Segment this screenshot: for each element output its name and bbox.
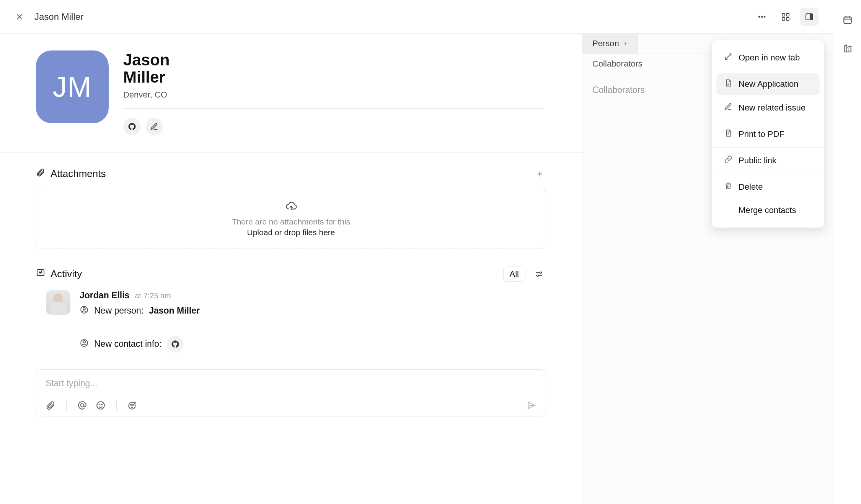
actor-name: Jordan Ellis	[80, 290, 129, 301]
divider	[66, 400, 67, 411]
menu-delete[interactable]: Delete	[716, 176, 820, 198]
svg-rect-3	[782, 13, 785, 16]
activity-timestamp: at 7:25 am	[135, 291, 171, 300]
svg-point-22	[133, 405, 134, 405]
page-title: Jason Miller	[34, 11, 83, 22]
paperclip-icon	[36, 168, 45, 180]
activity-new-person-label: New person:	[94, 306, 144, 316]
svg-point-11	[537, 275, 538, 276]
menu-public-link[interactable]: Public link	[716, 150, 820, 171]
divider	[123, 108, 544, 109]
emoji-button[interactable]	[96, 400, 106, 410]
more-button[interactable]	[753, 8, 771, 26]
activity-contact-info-label: New contact info:	[94, 339, 161, 349]
svg-point-18	[99, 404, 100, 405]
github-button[interactable]	[123, 118, 141, 135]
attachments-dropzone[interactable]: There are no attachments for this Upload…	[36, 188, 546, 249]
svg-point-21	[130, 405, 131, 405]
svg-point-20	[129, 402, 135, 409]
trash-icon	[724, 182, 732, 192]
pencil-icon	[724, 102, 732, 113]
link-icon	[724, 155, 732, 166]
grid-view-button[interactable]	[776, 8, 795, 26]
chevron-right-icon	[623, 39, 628, 49]
person-icon	[80, 305, 89, 317]
divider	[116, 400, 117, 411]
svg-rect-23	[844, 17, 851, 23]
attach-button[interactable]	[46, 400, 55, 410]
activity-new-person-value: Jason Miller	[149, 306, 200, 316]
collaborators-label: Collaborators	[592, 85, 645, 95]
svg-rect-5	[782, 18, 785, 20]
svg-point-13	[83, 307, 85, 310]
building-button[interactable]	[839, 40, 856, 57]
attachments-title: Attachments	[51, 168, 106, 180]
activity-icon	[36, 268, 45, 280]
edit-button[interactable]	[145, 118, 163, 135]
document-icon	[724, 129, 732, 140]
actor-avatar	[46, 290, 70, 315]
profile-name-line2: Miller	[123, 68, 544, 86]
menu-new-application[interactable]: New Application	[716, 73, 820, 95]
close-button[interactable]	[14, 11, 25, 23]
dropzone-upload-text: Upload or drop files here	[36, 228, 546, 237]
composer-input[interactable]	[46, 378, 536, 389]
svg-point-19	[101, 404, 102, 405]
svg-point-10	[540, 272, 541, 273]
svg-point-15	[83, 341, 85, 343]
svg-rect-6	[786, 18, 789, 20]
svg-point-16	[81, 403, 84, 407]
profile-location: Denver, CO	[123, 90, 544, 100]
add-reaction-button[interactable]	[127, 400, 137, 410]
menu-new-issue[interactable]: New related issue	[716, 97, 820, 119]
add-attachment-button[interactable]	[534, 168, 546, 180]
cloud-upload-icon	[285, 206, 298, 213]
profile-name-line1: Jason	[123, 51, 544, 68]
svg-point-0	[758, 16, 760, 18]
dropzone-empty-text: There are no attachments for this	[36, 217, 546, 226]
calendar-button[interactable]	[839, 11, 856, 28]
send-button[interactable]	[527, 400, 536, 410]
context-menu: Open in new tab New Application	[711, 40, 825, 228]
composer	[36, 369, 546, 416]
svg-point-17	[97, 402, 104, 409]
document-icon	[724, 79, 732, 89]
svg-point-1	[761, 16, 763, 18]
svg-point-2	[764, 16, 765, 18]
svg-rect-8	[810, 14, 813, 20]
mention-button[interactable]	[77, 400, 87, 410]
menu-print-pdf[interactable]: Print to PDF	[716, 124, 820, 145]
tab-collaborators[interactable]: Collaborators	[582, 54, 652, 74]
side-panel-toggle[interactable]	[800, 8, 819, 26]
svg-rect-4	[786, 13, 789, 16]
activity-settings-button[interactable]	[532, 267, 546, 281]
menu-open-new-tab[interactable]: Open in new tab	[716, 47, 820, 68]
github-chip[interactable]	[167, 336, 184, 353]
activity-title: Activity	[51, 268, 82, 280]
menu-merge-contacts[interactable]: Merge contacts	[716, 200, 820, 221]
open-external-icon	[724, 52, 732, 63]
avatar: JM	[36, 50, 109, 123]
activity-filter-all[interactable]: All	[503, 267, 525, 282]
tab-person[interactable]: Person	[582, 34, 638, 54]
person-icon	[80, 338, 89, 350]
